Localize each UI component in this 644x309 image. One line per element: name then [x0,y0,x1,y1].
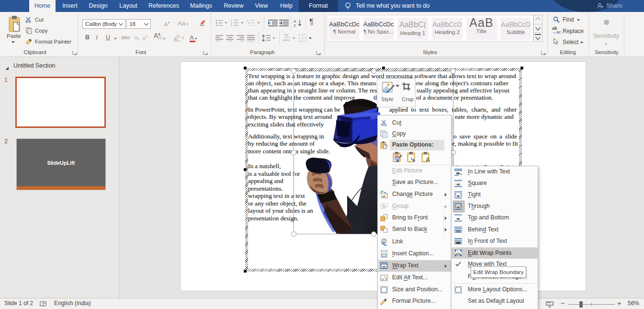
svg-text:Z: Z [294,23,296,27]
svg-text:3: 3 [231,24,232,26]
svg-text:i: i [250,24,250,26]
svg-text:A: A [426,156,430,163]
svg-text:A: A [294,19,296,23]
